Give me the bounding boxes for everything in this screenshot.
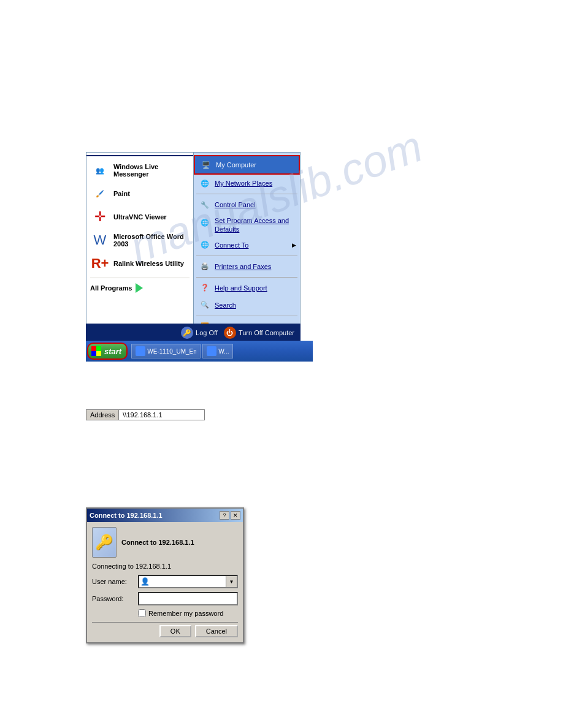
- menu-right-printers[interactable]: 🖨️ Printers and Faxes: [194, 258, 300, 275]
- taskbar-item-0[interactable]: WE-1110_UM_Eng_T...: [131, 344, 201, 358]
- taskbar-item-icon-0: [136, 346, 145, 356]
- control-panel-label: Control Panel: [215, 201, 256, 208]
- taskbar: start WE-1110_UM_Eng_T... W...: [86, 341, 313, 362]
- start-menu-bottom-bar: 🔑 Log Off ⏻ Turn Off Computer: [86, 324, 301, 342]
- ok-button[interactable]: OK: [159, 625, 191, 637]
- svg-rect-0: [91, 346, 96, 351]
- remember-label: Remember my password: [148, 610, 223, 617]
- search-label: Search: [215, 301, 236, 309]
- computer-icon: 🖥️: [200, 159, 212, 171]
- dialog-icon-row: 🔑 Connect to 192.168.1.1: [92, 527, 238, 558]
- menu-right-help-support[interactable]: ❓ Help and Support: [194, 279, 300, 297]
- connect-to-icon: 🌐: [199, 239, 211, 251]
- dialog-close-button[interactable]: ✕: [231, 511, 240, 520]
- dialog-help-button[interactable]: ?: [220, 511, 229, 520]
- all-programs-row[interactable]: All Programs: [86, 281, 193, 295]
- all-programs-arrow-icon: [136, 283, 143, 293]
- ralink-label: Ralink Wireless Utility: [113, 260, 184, 267]
- menu-item-word[interactable]: W Microsoft Office Word 2003: [86, 229, 193, 252]
- turnoff-label: Turn Off Computer: [239, 329, 294, 336]
- menu-right-control-panel[interactable]: 🔧 Control Panel: [194, 196, 300, 213]
- menu-right-set-program[interactable]: 🌐 Set Program Access and Defaults: [194, 213, 300, 237]
- menu-item-ralink[interactable]: R+ Ralink Wireless Utility: [86, 252, 193, 275]
- menu-top-divider: [86, 155, 193, 156]
- menu-right-network-places[interactable]: 🌐 My Network Places: [194, 175, 300, 192]
- dialog-controls: ? ✕: [220, 511, 240, 520]
- start-menu-left-panel: 👥 Windows Live Messenger 🖌️ Paint ✛ Ultr…: [86, 152, 193, 336]
- start-label: start: [104, 347, 121, 356]
- paint-label: Paint: [113, 190, 130, 197]
- set-program-label: Set Program Access and Defaults: [215, 216, 295, 234]
- address-bar: Address \\192.168.1.1: [86, 409, 205, 420]
- word-icon: W: [90, 230, 110, 250]
- messenger-label: Windows Live Messenger: [113, 163, 190, 178]
- cancel-button[interactable]: Cancel: [195, 625, 238, 637]
- username-label: User name:: [92, 578, 138, 585]
- username-input-container: 👤 ▼: [138, 575, 238, 588]
- right-separator-3: [196, 277, 297, 278]
- address-input[interactable]: \\192.168.1.1: [119, 409, 205, 420]
- start-menu: 👥 Windows Live Messenger 🖌️ Paint ✛ Ultr…: [86, 152, 301, 336]
- password-field-row: Password:: [92, 592, 238, 605]
- printers-icon: 🖨️: [199, 260, 211, 273]
- address-label: Address: [86, 409, 119, 420]
- taskbar-item-label-1: W...: [218, 348, 229, 355]
- menu-right-my-computer[interactable]: 🖥️ My Computer: [194, 155, 300, 175]
- set-program-icon: 🌐: [199, 216, 211, 229]
- dialog-key-icon: 🔑: [92, 527, 117, 558]
- taskbar-item-1[interactable]: W...: [202, 344, 233, 358]
- connect-to-label: Connect To: [215, 241, 248, 249]
- connect-to-arrow: ▶: [292, 242, 296, 248]
- password-input[interactable]: [138, 592, 238, 605]
- ralink-icon: R+: [90, 254, 110, 273]
- vnc-label: UltraVNC Viewer: [113, 213, 167, 221]
- menu-right-search[interactable]: 🔍 Search: [194, 297, 300, 314]
- username-field-row: User name: 👤 ▼: [92, 575, 238, 588]
- menu-separator: [90, 278, 190, 278]
- messenger-icon: 👥: [90, 161, 110, 180]
- right-separator-4: [196, 316, 297, 316]
- word-label: Microsoft Office Word 2003: [113, 233, 190, 248]
- turnoff-button[interactable]: ⏻ Turn Off Computer: [224, 327, 294, 339]
- dialog-title: Connect to 192.168.1.1: [90, 512, 163, 519]
- network-places-label: My Network Places: [215, 180, 272, 187]
- remember-password-row: Remember my password: [138, 609, 238, 617]
- username-input-icon: 👤: [139, 576, 150, 587]
- start-button[interactable]: start: [87, 343, 128, 360]
- control-panel-icon: 🔧: [199, 199, 211, 211]
- logoff-button[interactable]: 🔑 Log Off: [181, 327, 218, 339]
- username-dropdown-btn[interactable]: ▼: [226, 576, 237, 587]
- dialog-button-row: OK Cancel: [92, 622, 238, 637]
- logoff-icon: 🔑: [181, 327, 193, 339]
- dialog-body: 🔑 Connect to 192.168.1.1 Connecting to 1…: [87, 522, 243, 642]
- menu-item-paint[interactable]: 🖌️ Paint: [86, 182, 193, 205]
- taskbar-item-icon-1: [207, 346, 216, 356]
- svg-rect-2: [91, 351, 96, 356]
- paint-icon: 🖌️: [90, 184, 110, 203]
- password-label: Password:: [92, 595, 138, 602]
- svg-rect-1: [96, 346, 101, 351]
- all-programs-label: All Programs: [90, 284, 132, 292]
- taskbar-item-label-0: WE-1110_UM_Eng_T...: [147, 348, 196, 355]
- turnoff-icon: ⏻: [224, 327, 236, 339]
- menu-item-vnc[interactable]: ✛ UltraVNC Viewer: [86, 205, 193, 229]
- search-icon: 🔍: [199, 299, 211, 311]
- help-support-icon: ❓: [199, 282, 211, 294]
- connect-dialog: Connect to 192.168.1.1 ? ✕ 🔑 Connect to …: [86, 507, 244, 643]
- right-separator-2: [196, 256, 297, 256]
- taskbar-items: WE-1110_UM_Eng_T... W...: [131, 344, 235, 358]
- username-input[interactable]: [150, 576, 226, 587]
- svg-rect-3: [96, 351, 101, 356]
- my-computer-label: My Computer: [216, 161, 256, 169]
- start-menu-right-panel: 🖥️ My Computer 🌐 My Network Places 🔧 Con…: [193, 152, 301, 336]
- menu-item-messenger[interactable]: 👥 Windows Live Messenger: [86, 159, 193, 182]
- help-support-label: Help and Support: [215, 284, 267, 292]
- remember-checkbox[interactable]: [138, 609, 146, 617]
- right-separator-1: [196, 194, 297, 194]
- dialog-subtitle: Connect to 192.168.1.1: [121, 539, 194, 546]
- vnc-icon: ✛: [90, 207, 110, 227]
- menu-right-connect-to[interactable]: 🌐 Connect To ▶: [194, 237, 300, 254]
- logoff-label: Log Off: [196, 329, 218, 336]
- printers-label: Printers and Faxes: [215, 263, 271, 270]
- windows-flag-icon: [91, 346, 102, 357]
